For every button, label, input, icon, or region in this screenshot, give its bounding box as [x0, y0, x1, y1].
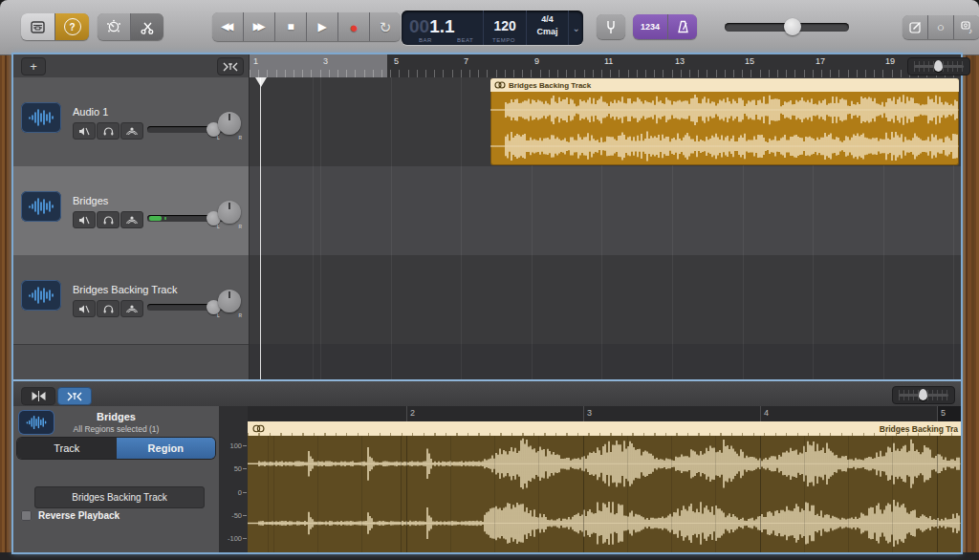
master-volume-slider[interactable]	[725, 23, 849, 32]
arrange-area[interactable]: Bridges Bridges Backing Track	[250, 77, 961, 379]
pan-knob[interactable]: L R	[218, 201, 241, 224]
record-button[interactable]: ●	[338, 12, 370, 41]
reverse-playback-label: Reverse Playback	[38, 510, 120, 521]
catch-playhead-button-editor[interactable]	[57, 387, 92, 405]
solo-button[interactable]	[97, 211, 120, 228]
forward-button[interactable]: ▶▶	[244, 12, 275, 41]
track-header-bridges-backing[interactable]: Bridges Backing Track	[13, 255, 249, 345]
record-icon: ●	[349, 20, 358, 34]
pan-knob[interactable]: L R	[218, 112, 241, 135]
reverse-playback-checkbox[interactable]	[21, 510, 32, 521]
level-meter	[149, 216, 162, 221]
track-header-audio-1[interactable]: Audio 1	[13, 77, 249, 167]
zoom-handle[interactable]	[919, 389, 927, 400]
region-name-field[interactable]: Bridges Backing Track	[34, 486, 205, 508]
pan-left-label: L	[217, 224, 220, 229]
zoom-handle[interactable]	[934, 60, 943, 72]
note-glyph: ♪	[968, 27, 972, 34]
tab-track[interactable]: Track	[17, 438, 117, 459]
add-track-button[interactable]: +	[21, 57, 46, 75]
track-icon-tile	[21, 191, 61, 222]
catch-playhead-button-tracks[interactable]	[217, 57, 244, 75]
mute-icon	[78, 305, 90, 313]
pan-left-label: L	[217, 312, 220, 318]
scale-label: 100	[229, 442, 242, 450]
lcd-display[interactable]: 001.1 BAR BEAT 120 TEMPO 4/4 Cmaj ⌄	[402, 11, 583, 45]
garageband-window: ? ◀◀ ▶▶	[0, 0, 979, 560]
play-icon: ▶	[317, 21, 326, 32]
pan-knob[interactable]: L R	[218, 290, 241, 312]
smart-controls-knob-icon	[106, 19, 121, 34]
pan-notch	[228, 114, 230, 120]
editor-waveform-left	[248, 436, 961, 494]
loop-browser-button[interactable]: ○	[928, 15, 954, 39]
library-icon	[31, 21, 45, 33]
smart-controls-button[interactable]	[98, 13, 131, 40]
editor-toggle-button[interactable]	[131, 13, 163, 40]
editor-ruler[interactable]: 2 3 4 5	[248, 406, 961, 422]
reverse-playback-row: Reverse Playback	[21, 510, 120, 521]
loop-browser-icon: ○	[937, 20, 945, 34]
mute-button[interactable]	[73, 300, 96, 317]
media-browser-button[interactable]: ♪	[954, 15, 979, 39]
pan-notch	[228, 203, 230, 209]
tuner-button[interactable]	[597, 14, 625, 39]
lcd-key: Cmaj	[527, 27, 569, 36]
solo-button[interactable]	[97, 300, 120, 317]
lcd-position-section: 001.1 BAR BEAT	[402, 11, 484, 45]
mute-button[interactable]	[73, 211, 96, 228]
lane-bridges[interactable]	[250, 166, 961, 256]
rewind-button[interactable]: ◀◀	[212, 12, 244, 41]
stereo-icon	[494, 81, 506, 89]
region-bridges-backing-track[interactable]: Bridges Backing Track	[490, 78, 959, 165]
input-monitoring-button[interactable]	[120, 122, 143, 140]
compose-icon	[909, 21, 922, 33]
timeline-ruler[interactable]: 1 3 5 7 9 11 13 15 17 19 21	[250, 54, 961, 78]
notepad-button[interactable]	[903, 15, 928, 39]
play-button[interactable]: ▶	[307, 12, 338, 41]
input-monitoring-icon	[126, 304, 138, 313]
playhead-line	[260, 77, 261, 379]
lcd-tempo-section: 120 TEMPO	[484, 11, 527, 45]
metronome-button[interactable]	[668, 14, 697, 39]
master-volume-knob[interactable]	[784, 18, 801, 35]
solo-button[interactable]	[97, 122, 120, 140]
editor-waveform-area[interactable]	[248, 436, 961, 552]
editor-zoom-slider[interactable]	[892, 386, 955, 404]
plus-icon: +	[30, 59, 37, 74]
toolbar: ? ◀◀ ▶▶	[0, 0, 979, 55]
mute-button[interactable]	[73, 122, 96, 140]
editor-inspector: Bridges All Regions selected (1) Track R…	[13, 406, 219, 552]
input-monitoring-button[interactable]	[120, 300, 143, 317]
tab-region[interactable]: Region	[117, 438, 216, 459]
track-name: Bridges	[73, 195, 108, 206]
library-button[interactable]	[21, 13, 55, 40]
lane-bridges-backing[interactable]	[250, 255, 961, 345]
quick-help-button[interactable]: ?	[55, 13, 89, 40]
headphones-icon	[103, 127, 114, 136]
input-monitoring-icon	[126, 215, 138, 225]
pan-notch	[228, 291, 230, 298]
cycle-button[interactable]: ↻	[370, 12, 401, 41]
editor-tabs: Track Region	[17, 438, 215, 459]
lcd-bar-label: BAR	[419, 37, 432, 43]
flex-button[interactable]	[21, 387, 55, 405]
lane-empty[interactable]	[250, 344, 961, 379]
track-column-empty	[13, 344, 249, 380]
track-header-bridges[interactable]: Bridges	[13, 166, 249, 256]
stop-icon: ■	[287, 21, 294, 32]
editor-region-header[interactable]: Bridges Backing Tra	[248, 421, 961, 436]
ruler-number: 9	[534, 56, 539, 66]
playhead-marker[interactable]	[255, 77, 267, 87]
track-icon-tile	[21, 280, 61, 311]
lcd-chevron-button[interactable]: ⌄	[569, 11, 583, 45]
count-in-button[interactable]: 1234	[633, 14, 668, 39]
ruler-number: 19	[885, 56, 895, 66]
pan-left-label: L	[217, 135, 220, 140]
editor-toolbar	[13, 379, 961, 409]
count-in-group: 1234	[633, 14, 697, 39]
input-monitoring-button[interactable]	[120, 211, 143, 228]
tuner-group	[597, 14, 625, 39]
horizontal-zoom-slider[interactable]	[907, 57, 970, 75]
stop-button[interactable]: ■	[275, 12, 307, 41]
